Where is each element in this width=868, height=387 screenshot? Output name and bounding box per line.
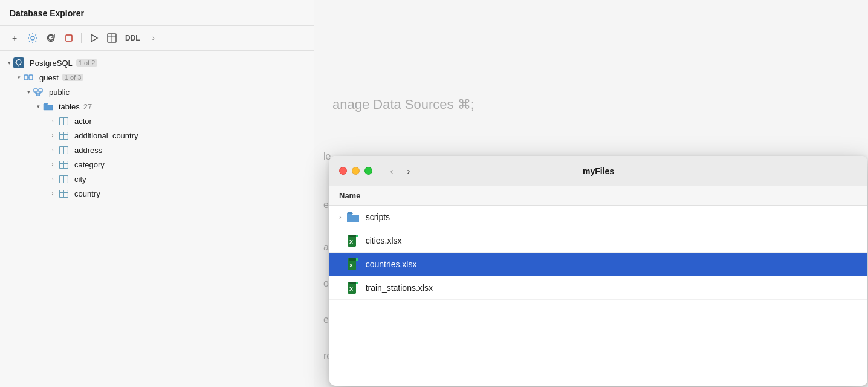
svg-rect-11 bbox=[39, 89, 42, 92]
postgresql-icon bbox=[13, 57, 24, 68]
tables-label: tables bbox=[59, 102, 80, 111]
db-explorer-panel: Database Explorer + bbox=[0, 0, 314, 387]
finder-window: ‹ › myFiles Name › scripts bbox=[329, 156, 867, 386]
add-button[interactable]: + bbox=[7, 31, 22, 45]
chevron-right-icon: › bbox=[48, 131, 57, 140]
run-icon bbox=[89, 33, 99, 43]
tree-item-postgresql[interactable]: ▾ PostgreSQL 1 of 2 bbox=[0, 56, 314, 70]
tree-item-guest[interactable]: ▾ guest 1 of 3 bbox=[0, 70, 314, 85]
finder-item-scripts[interactable]: › scripts bbox=[329, 206, 867, 229]
refresh-button[interactable] bbox=[44, 31, 58, 45]
table-grid-icon bbox=[58, 174, 69, 184]
db-toolbar: + bbox=[0, 26, 314, 51]
back-button[interactable]: ‹ bbox=[384, 164, 399, 178]
svg-rect-40 bbox=[349, 258, 356, 261]
tree-item-public[interactable]: ▾ public bbox=[0, 85, 314, 99]
chevron-right-icon: › bbox=[48, 160, 57, 169]
xlsx-train-stations-icon: X bbox=[346, 281, 360, 294]
postgresql-label: PostgreSQL bbox=[30, 59, 73, 68]
xlsx-cities-icon: X bbox=[346, 234, 360, 247]
table-icon bbox=[107, 33, 117, 43]
stop-button[interactable] bbox=[62, 31, 76, 45]
finder-item-countries[interactable]: › X countries.xlsx bbox=[329, 253, 867, 276]
country-label: country bbox=[74, 189, 100, 198]
svg-rect-1 bbox=[66, 35, 72, 41]
schema-icon bbox=[23, 72, 34, 83]
table-view-button[interactable] bbox=[105, 31, 119, 45]
scripts-label: scripts bbox=[366, 212, 390, 222]
chevron-down-icon: ▾ bbox=[24, 88, 33, 96]
partial-text-manage: anage Data Sources ⌘; bbox=[332, 97, 474, 112]
category-label: category bbox=[74, 160, 105, 169]
svg-rect-7 bbox=[24, 75, 28, 80]
train-stations-label: train_stations.xlsx bbox=[366, 283, 433, 293]
data-source-settings-button[interactable] bbox=[25, 31, 40, 45]
chevron-right-icon: › bbox=[48, 175, 57, 183]
expand-button[interactable]: › bbox=[146, 31, 161, 45]
table-grid-icon bbox=[58, 145, 69, 155]
forward-button[interactable]: › bbox=[401, 164, 416, 178]
finder-body: Name › scripts › bbox=[329, 186, 867, 386]
tree-item-address[interactable]: › address bbox=[0, 143, 314, 157]
table-grid-icon bbox=[58, 115, 69, 126]
chevron-down-icon: ▾ bbox=[5, 59, 13, 67]
tree-item-actor[interactable]: › actor bbox=[0, 114, 314, 128]
partial-text-a: a bbox=[323, 242, 329, 253]
minimize-button[interactable] bbox=[352, 167, 360, 175]
finder-column-header: Name bbox=[329, 186, 867, 206]
svg-text:X: X bbox=[349, 239, 353, 245]
finder-title: myFiles bbox=[583, 166, 614, 176]
cities-label: cities.xlsx bbox=[366, 236, 402, 246]
finder-item-cities[interactable]: › X cities.xlsx bbox=[329, 229, 867, 253]
folder-file-icon bbox=[346, 210, 360, 224]
chevron-right-icon: › bbox=[48, 189, 57, 198]
svg-rect-46 bbox=[356, 282, 358, 284]
table-grid-icon bbox=[58, 130, 69, 141]
city-label: city bbox=[74, 175, 86, 184]
svg-text:X: X bbox=[349, 286, 353, 292]
svg-rect-44 bbox=[349, 282, 356, 284]
address-label: address bbox=[74, 146, 102, 155]
actor-label: actor bbox=[74, 117, 92, 126]
countries-label: countries.xlsx bbox=[366, 259, 417, 269]
tree-item-category[interactable]: › category bbox=[0, 157, 314, 172]
chevron-right-icon: › bbox=[48, 146, 57, 154]
public-label: public bbox=[49, 88, 70, 97]
close-button[interactable] bbox=[339, 167, 347, 175]
postgresql-badge: 1 of 2 bbox=[76, 59, 98, 67]
guest-label: guest bbox=[39, 73, 59, 82]
tables-count: 27 bbox=[83, 102, 92, 111]
finder-nav: ‹ › bbox=[384, 164, 416, 178]
gear-db-icon bbox=[27, 33, 38, 44]
db-explorer-title: Database Explorer bbox=[0, 0, 314, 26]
chevron-right-icon: › bbox=[48, 117, 57, 125]
tree-item-tables[interactable]: ▾ tables 27 bbox=[0, 99, 314, 114]
tree-item-city[interactable]: › city bbox=[0, 172, 314, 186]
tree-item-country[interactable]: › country bbox=[0, 186, 314, 201]
svg-rect-42 bbox=[356, 258, 358, 261]
traffic-lights bbox=[339, 167, 372, 175]
chevron-down-icon: ▾ bbox=[34, 102, 42, 111]
partial-text-o: o bbox=[323, 278, 329, 289]
maximize-button[interactable] bbox=[364, 167, 372, 175]
chevron-right-icon: › bbox=[152, 34, 155, 42]
guest-badge: 1 of 3 bbox=[62, 74, 84, 81]
toolbar-separator-1 bbox=[81, 33, 82, 43]
table-grid-icon bbox=[58, 188, 69, 199]
svg-rect-38 bbox=[356, 235, 358, 237]
finder-titlebar: ‹ › myFiles bbox=[329, 156, 867, 186]
refresh-icon bbox=[46, 33, 56, 43]
svg-rect-8 bbox=[29, 75, 33, 80]
table-grid-icon bbox=[58, 159, 69, 170]
svg-text:X: X bbox=[349, 262, 353, 268]
chevron-down-icon: ▾ bbox=[15, 73, 23, 82]
run-button[interactable] bbox=[86, 31, 101, 45]
folder-icon bbox=[42, 101, 53, 112]
db-tree: ▾ PostgreSQL 1 of 2 ▾ guest bbox=[0, 51, 314, 377]
name-column-header: Name bbox=[339, 191, 360, 200]
additional-country-label: additional_country bbox=[74, 131, 138, 140]
ddl-button[interactable]: DDL bbox=[123, 33, 143, 44]
plus-icon: + bbox=[12, 33, 17, 43]
tree-item-additional-country[interactable]: › additional_country bbox=[0, 128, 314, 143]
finder-item-train-stations[interactable]: › X train_stations.xlsx bbox=[329, 276, 867, 300]
